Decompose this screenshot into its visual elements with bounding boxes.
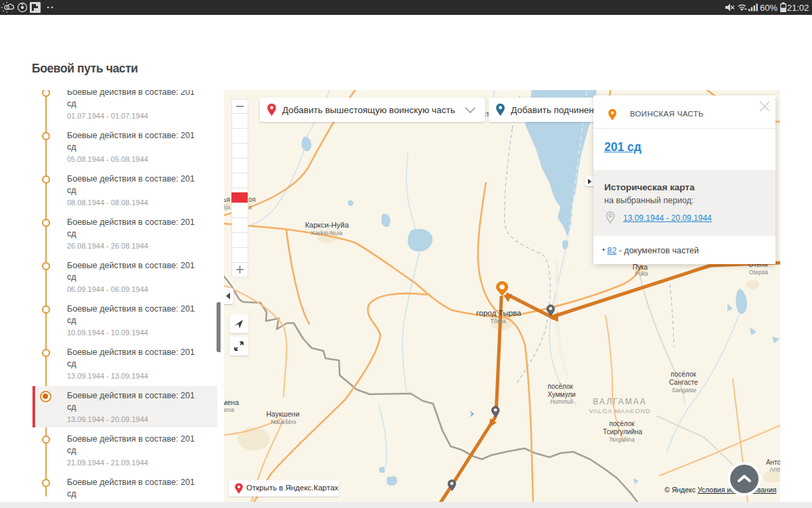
svg-text:оя: оя [248, 196, 256, 203]
svg-text:VALGA MAAKOND: VALGA MAAKOND [589, 407, 651, 415]
svg-text:город Тырва: город Тырва [476, 309, 522, 317]
svg-text:a: a [248, 204, 252, 211]
svg-text:Puka: Puka [635, 270, 648, 277]
svg-text:Ants: Ants [769, 466, 780, 473]
svg-text:Tõrva: Tõrva [490, 318, 505, 324]
svg-text:õja: õja [224, 204, 230, 211]
svg-text:jena: jena [224, 406, 234, 413]
svg-text:посёлок: посёлок [547, 383, 573, 390]
svg-text:ВАЛГАМАА: ВАЛГАМАА [593, 397, 646, 406]
svg-text:Sangaste: Sangaste [672, 387, 696, 394]
svg-text:Хуммули: Хуммули [547, 391, 575, 398]
svg-text:Каркси-Нуйа: Каркси-Нуйа [305, 221, 349, 229]
svg-text:мена: мена [224, 398, 239, 406]
svg-text:Анто: Анто [766, 459, 780, 466]
svg-text:Тсиргулийна: Тсиргулийна [603, 428, 643, 436]
svg-text:60%: 60% [760, 3, 777, 13]
svg-text:Наукшени: Наукшени [266, 410, 299, 418]
svg-text:Karksi-Nuia: Karksi-Nuia [311, 230, 343, 236]
svg-text:ья: ья [224, 196, 230, 203]
svg-text:посёлок: посёлок [609, 420, 635, 427]
svg-text:Naukšēni: Naukšēni [271, 419, 296, 425]
svg-text:Hummuli: Hummuli [550, 398, 573, 405]
svg-text:Otepää: Otepää [749, 269, 768, 276]
svg-text:Tsirguliina: Tsirguliina [609, 436, 635, 443]
svg-text:посёлок: посёлок [671, 371, 696, 378]
svg-text:Сангасте: Сангасте [669, 379, 698, 386]
svg-text:21:02: 21:02 [787, 3, 809, 13]
